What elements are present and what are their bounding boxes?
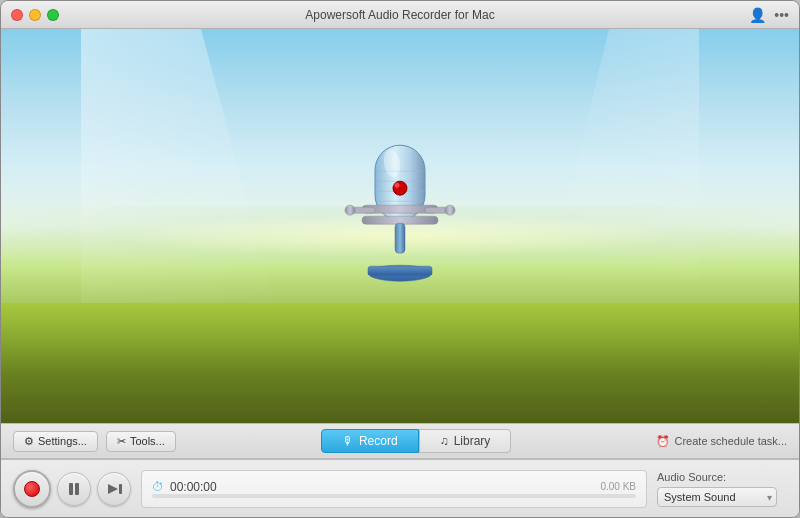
svg-rect-16 — [368, 266, 432, 275]
progress-area: ⏱ 00:00:00 0.00 KB — [141, 470, 647, 508]
svg-rect-14 — [395, 223, 405, 253]
file-size-display: 0.00 KB — [600, 481, 636, 492]
maximize-button[interactable] — [47, 9, 59, 21]
tools-icon: ✂ — [117, 435, 126, 448]
main-area — [1, 29, 799, 423]
play-skip-button[interactable] — [97, 472, 131, 506]
record-tab[interactable]: 🎙 Record — [321, 429, 419, 453]
settings-button[interactable]: ⚙ Settings... — [13, 431, 98, 452]
menu-icon[interactable]: ••• — [774, 7, 789, 23]
close-button[interactable] — [11, 9, 23, 21]
tools-label: Tools... — [130, 435, 165, 447]
window-title: Apowersoft Audio Recorder for Mac — [305, 8, 494, 22]
gear-icon: ⚙ — [24, 435, 34, 448]
record-tab-label: Record — [359, 434, 398, 448]
grass-area — [1, 303, 799, 423]
transport-controls — [13, 470, 131, 508]
mic-tab-icon: 🎙 — [342, 434, 354, 448]
schedule-button[interactable]: ⏰ Create schedule task... — [656, 435, 787, 448]
tab-group: 🎙 Record ♫ Library — [184, 429, 649, 453]
skip-bar — [119, 484, 122, 494]
titlebar-right-icons: 👤 ••• — [749, 7, 789, 23]
window-controls — [11, 9, 59, 21]
audio-source-area: Audio Source: System Sound Microphone Bo… — [657, 471, 787, 507]
schedule-label: Create schedule task... — [674, 435, 787, 447]
time-display: 00:00:00 — [170, 480, 217, 494]
light-ray-left — [81, 29, 281, 329]
svg-point-7 — [395, 183, 400, 188]
toolbar-right: ⏰ Create schedule task... — [656, 435, 787, 448]
user-icon: 👤 — [749, 7, 766, 23]
play-icon — [108, 484, 118, 494]
svg-point-13 — [445, 205, 455, 215]
library-tab[interactable]: ♫ Library — [419, 429, 512, 453]
settings-label: Settings... — [38, 435, 87, 447]
svg-point-6 — [393, 181, 407, 195]
record-button[interactable] — [13, 470, 51, 508]
tools-button[interactable]: ✂ Tools... — [106, 431, 176, 452]
pause-button[interactable] — [57, 472, 91, 506]
progress-bar — [152, 494, 636, 498]
svg-point-12 — [345, 205, 355, 215]
record-indicator — [24, 481, 40, 497]
audio-source-select-wrapper[interactable]: System Sound Microphone Both — [657, 487, 777, 507]
pause-bar-right — [75, 483, 79, 495]
app-window: Apowersoft Audio Recorder for Mac 👤 ••• — [0, 0, 800, 518]
clock-icon: ⏱ — [152, 480, 164, 494]
toolbar: ⚙ Settings... ✂ Tools... 🎙 Record ♫ Libr… — [1, 423, 799, 459]
titlebar: Apowersoft Audio Recorder for Mac 👤 ••• — [1, 1, 799, 29]
pause-bar-left — [69, 483, 73, 495]
schedule-icon: ⏰ — [656, 435, 670, 448]
music-tab-icon: ♫ — [440, 434, 449, 448]
bottom-bar: ⏱ 00:00:00 0.00 KB Audio Source: System … — [1, 459, 799, 517]
progress-top-row: ⏱ 00:00:00 0.00 KB — [152, 480, 636, 494]
library-tab-label: Library — [454, 434, 491, 448]
audio-source-label: Audio Source: — [657, 471, 787, 483]
minimize-button[interactable] — [29, 9, 41, 21]
microphone-illustration — [340, 133, 460, 293]
audio-source-select[interactable]: System Sound Microphone Both — [657, 487, 777, 507]
